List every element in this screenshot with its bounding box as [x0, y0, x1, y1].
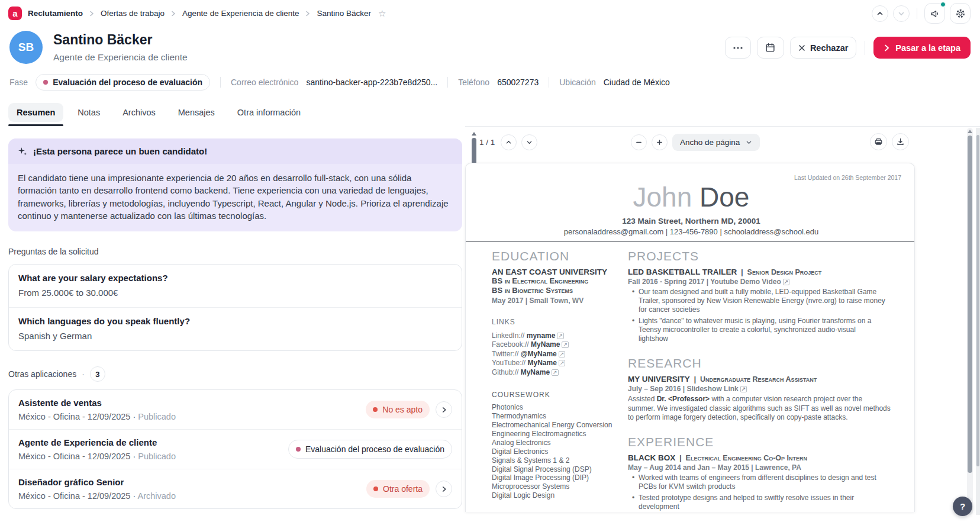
tab-resumen[interactable]: Resumen — [8, 103, 63, 122]
pdf-scrollbar[interactable] — [967, 128, 973, 515]
links-section: LINKS LinkedIn:// myname↗ Facebook:// My… — [492, 318, 618, 378]
window-scrollbar[interactable] — [976, 128, 980, 515]
settings-button[interactable] — [950, 3, 971, 24]
application-status: Publicado — [138, 452, 176, 461]
application-meta: México - Oficina - 12/09/2025 · Publicad… — [18, 452, 176, 461]
scroll-up-icon[interactable] — [968, 130, 972, 133]
minus-icon — [636, 139, 642, 146]
chevron-up-icon — [876, 10, 884, 17]
chevron-down-icon — [898, 10, 905, 17]
advance-stage-button[interactable]: Pasar a la etapa — [873, 37, 971, 59]
links-heading: LINKS — [492, 318, 618, 327]
tab-mensajes[interactable]: Mensajes — [170, 103, 223, 122]
status-dot — [373, 486, 378, 491]
application-row[interactable]: Asistente de ventas México - Oficina - 1… — [9, 390, 462, 430]
breadcrumb-job-title[interactable]: Agente de Experiencia de cliente — [182, 9, 299, 18]
education-date-location: May 2017 | Small Town, WV — [492, 297, 618, 305]
pdf-toolbar: 1 / 1 Anch — [465, 127, 980, 157]
divider — [220, 77, 221, 88]
project-title: LED BASKETBALL TRAILER — [628, 268, 737, 276]
scrollbar-thumb[interactable] — [976, 135, 979, 466]
link-item[interactable]: YouTube:// MyName↗ — [492, 359, 618, 368]
gear-icon — [955, 8, 966, 19]
next-candidate-button[interactable] — [893, 5, 910, 22]
external-link-icon: ↗ — [559, 360, 566, 366]
status-badge: No es apto — [366, 401, 430, 418]
coursework-item: Digital Signal Processing (DSP) — [492, 465, 618, 474]
link-item[interactable]: Facebook:// MyName↗ — [492, 340, 618, 350]
reject-button[interactable]: Rechazar — [790, 37, 856, 59]
status-dot — [296, 447, 301, 452]
open-application-button[interactable] — [436, 401, 452, 418]
favorite-star-icon[interactable]: ☆ — [378, 8, 386, 19]
breadcrumb-recruitment[interactable]: Reclutamiento — [28, 9, 83, 18]
link-item[interactable]: Github:// MyName↗ — [492, 368, 618, 378]
candidate-identity: SB Santino Bäcker Agente de Experiencia … — [9, 31, 188, 64]
tab-otra-informacion[interactable]: Otra información — [229, 103, 309, 122]
status-badge: Evaluación del proceso de evaluación — [288, 440, 452, 459]
answer-text: Spanish y German — [18, 331, 452, 341]
open-application-button[interactable] — [436, 481, 452, 497]
page-down-button[interactable] — [521, 134, 537, 150]
avatar: SB — [9, 31, 43, 64]
previous-candidate-button[interactable] — [872, 5, 888, 22]
schedule-button[interactable] — [757, 37, 784, 59]
help-button[interactable]: ? — [953, 497, 972, 516]
coursework-item: Engineering Electromagnetics — [492, 430, 618, 439]
summary-panel: ¡Esta persona parece un buen candidato! … — [0, 126, 465, 515]
zoom-in-button[interactable] — [652, 134, 668, 150]
email-value: santino-backer-app-223b7e8d250... — [306, 78, 437, 87]
app-logo-icon[interactable]: a — [8, 7, 22, 20]
external-link-icon: ↗ — [559, 351, 566, 357]
reject-label: Rechazar — [810, 43, 848, 53]
research-description: Assisted Dr. <Professor> with a computer… — [628, 395, 891, 422]
breadcrumb-job-offers[interactable]: Ofertas de trabajo — [101, 9, 165, 18]
link-item[interactable]: Twitter:// @MyName↗ — [492, 350, 618, 359]
print-button[interactable] — [870, 133, 887, 150]
zoom-out-button[interactable] — [631, 134, 647, 150]
resume-right-column: PROJECTS LED BASKETBALL TRAILER | Senior… — [628, 249, 891, 512]
phase-label: Fase — [9, 78, 28, 87]
more-options-button[interactable] — [725, 37, 751, 59]
project-date-link[interactable]: Fall 2016 - Spring 2017 | Youtube Demo V… — [628, 278, 891, 286]
research-org: MY UNIVERSITY — [628, 375, 690, 384]
application-status: Archivado — [138, 491, 176, 501]
phase-value: Evaluación del proceso de evaluación — [53, 78, 202, 87]
breadcrumb-candidate[interactable]: Santino Bäcker — [317, 9, 371, 18]
research-section: RESEARCH MY UNIVERSITY | Undergraduate R… — [628, 356, 891, 422]
tab-archivos[interactable]: Archivos — [114, 103, 164, 122]
announcements-button[interactable] — [924, 3, 945, 24]
research-date-link[interactable]: July – Sep 2016 | Slideshow Link↗ — [628, 385, 891, 393]
ai-summary-title: ¡Esta persona parece un buen candidato! — [33, 146, 207, 156]
application-row[interactable]: Agente de Experiencia de cliente México … — [9, 430, 462, 469]
divider — [466, 241, 914, 242]
chevron-up-icon — [505, 139, 512, 146]
resume-contact: personaladdress@gmail.com | 123-456-7890… — [492, 227, 891, 236]
experience-bullet: •Tested prototype designs and helped to … — [628, 494, 891, 511]
tab-notas[interactable]: Notas — [69, 103, 108, 122]
question-text: Which languages do you speak fluently? — [18, 316, 452, 326]
scrollbar-thumb[interactable] — [968, 136, 972, 473]
download-button[interactable] — [892, 133, 909, 150]
coursework-item: Digital Image Processing (DIP) — [492, 473, 618, 482]
page-up-button[interactable] — [501, 134, 517, 150]
ellipsis-icon — [733, 47, 743, 49]
research-heading: RESEARCH — [628, 356, 891, 370]
project-bullet: •Lights "dance" to whatever music is pla… — [628, 317, 891, 344]
projects-section: PROJECTS LED BASKETBALL TRAILER | Senior… — [628, 249, 891, 343]
link-item[interactable]: LinkedIn:// myname↗ — [492, 331, 618, 341]
fit-width-select[interactable]: Ancho de página — [672, 134, 760, 151]
coursework-item: Analog Electronics — [492, 439, 618, 447]
chevron-right-icon — [441, 486, 447, 492]
advance-stage-label: Pasar a la etapa — [895, 43, 960, 53]
application-row[interactable]: Diseñador gráfico Senior México - Oficin… — [9, 469, 462, 508]
experience-role: Electrical Engineering Co-Op Intern — [686, 454, 807, 462]
chevron-right-icon — [305, 11, 311, 17]
candidate-role: Agente de Experiencia de cliente — [53, 52, 188, 63]
experience-heading: EXPERIENCE — [628, 435, 891, 449]
resume-page: Last Updated on 26th September 2017 John… — [465, 163, 915, 512]
resume-name: John Doe — [492, 181, 891, 213]
coursework-heading: COURSEWORK — [492, 391, 618, 399]
experience-company: BLACK BOX — [628, 453, 675, 462]
document-actions — [870, 133, 909, 150]
